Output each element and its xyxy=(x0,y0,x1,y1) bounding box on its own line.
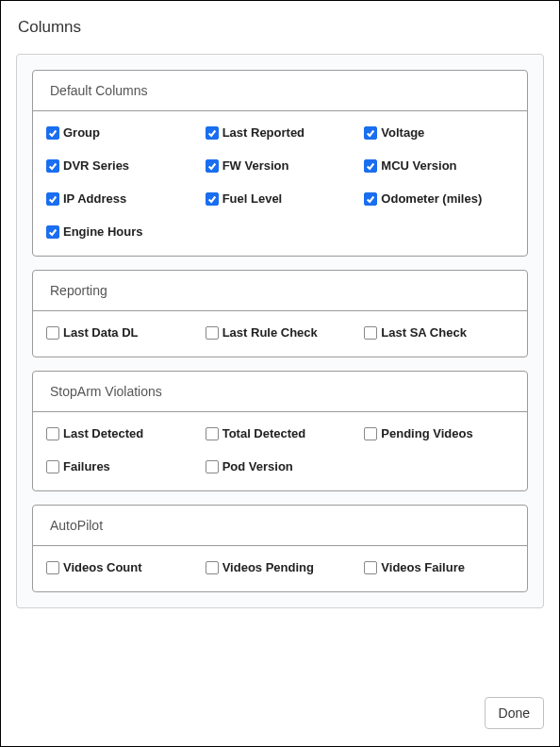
checkbox-label: IP Address xyxy=(63,191,126,206)
checkbox-label: Total Detected xyxy=(222,426,306,440)
section-reporting: ReportingLast Data DLLast Rule CheckLast… xyxy=(32,270,528,357)
checkbox[interactable] xyxy=(46,225,59,239)
checkbox-label: Group xyxy=(63,125,100,140)
column-option-fuel-level[interactable]: Fuel Level xyxy=(206,191,355,206)
dialog-title: Columns xyxy=(16,18,544,37)
column-option-last-detected[interactable]: Last Detected xyxy=(46,426,196,440)
column-option-failures[interactable]: Failures xyxy=(46,459,196,473)
checkbox[interactable] xyxy=(206,561,219,574)
column-option-pending-videos[interactable]: Pending Videos xyxy=(364,426,514,440)
checkbox-label: Engine Hours xyxy=(63,224,143,239)
column-option-videos-count[interactable]: Videos Count xyxy=(46,560,196,574)
checkbox[interactable] xyxy=(46,126,59,140)
section-body: GroupLast ReportedVoltageDVR SeriesFW Ve… xyxy=(33,111,527,256)
checkbox-label: DVR Series xyxy=(63,158,129,173)
checkbox-label: MCU Version xyxy=(381,158,456,173)
checkbox-label: Pending Videos xyxy=(381,426,472,440)
column-option-videos-pending[interactable]: Videos Pending xyxy=(206,560,355,574)
checkbox-label: Voltage xyxy=(381,125,424,140)
checkbox[interactable] xyxy=(364,192,377,206)
done-button[interactable]: Done xyxy=(485,697,544,729)
checkbox[interactable] xyxy=(46,427,59,440)
checkbox[interactable] xyxy=(206,192,219,206)
checkbox-label: Failures xyxy=(63,459,110,473)
checkbox-label: Videos Count xyxy=(63,560,142,574)
checkbox[interactable] xyxy=(46,460,59,473)
column-option-last-sa-check[interactable]: Last SA Check xyxy=(364,325,514,340)
checkbox[interactable] xyxy=(364,159,377,173)
column-option-voltage[interactable]: Voltage xyxy=(364,125,514,140)
column-option-dvr-series[interactable]: DVR Series xyxy=(46,158,196,173)
checkbox[interactable] xyxy=(206,460,219,473)
checkbox-label: Last Data DL xyxy=(63,325,138,340)
checkbox[interactable] xyxy=(206,326,219,340)
column-option-ip-address[interactable]: IP Address xyxy=(46,191,196,206)
section-stoparm-violations: StopArm ViolationsLast DetectedTotal Det… xyxy=(32,371,528,491)
column-option-last-reported[interactable]: Last Reported xyxy=(206,125,355,140)
checkbox-label: Videos Failure xyxy=(381,560,465,574)
column-option-total-detected[interactable]: Total Detected xyxy=(206,426,355,440)
section-autopilot: AutoPilotVideos CountVideos PendingVideo… xyxy=(32,505,528,592)
section-header: AutoPilot xyxy=(33,506,527,546)
column-option-odometer-miles[interactable]: Odometer (miles) xyxy=(364,191,514,206)
checkbox[interactable] xyxy=(364,326,377,340)
section-header: StopArm Violations xyxy=(33,372,527,412)
section-body: Last DetectedTotal DetectedPending Video… xyxy=(33,412,527,490)
column-option-pod-version[interactable]: Pod Version xyxy=(206,459,355,473)
checkbox-label: Last Detected xyxy=(63,426,143,440)
checkbox-label: FW Version xyxy=(222,158,289,173)
column-option-engine-hours[interactable]: Engine Hours xyxy=(46,224,196,239)
dialog-footer: Done xyxy=(485,697,544,729)
checkbox-label: Videos Pending xyxy=(222,560,314,574)
checkbox-label: Fuel Level xyxy=(222,191,283,206)
column-option-group[interactable]: Group xyxy=(46,125,196,140)
checkbox[interactable] xyxy=(46,159,59,173)
section-default-columns: Default ColumnsGroupLast ReportedVoltage… xyxy=(32,70,528,257)
column-option-last-data-dl[interactable]: Last Data DL xyxy=(46,325,196,340)
checkbox[interactable] xyxy=(364,427,377,440)
column-option-mcu-version[interactable]: MCU Version xyxy=(364,158,514,173)
column-option-videos-failure[interactable]: Videos Failure xyxy=(364,560,514,574)
checkbox-label: Last Reported xyxy=(222,125,305,140)
checkbox[interactable] xyxy=(364,561,377,574)
checkbox[interactable] xyxy=(206,427,219,440)
checkbox-label: Odometer (miles) xyxy=(381,191,482,206)
checkbox-label: Pod Version xyxy=(222,459,293,473)
checkbox[interactable] xyxy=(206,159,219,173)
checkbox[interactable] xyxy=(46,561,59,574)
section-body: Last Data DLLast Rule CheckLast SA Check xyxy=(33,311,527,357)
checkbox-label: Last Rule Check xyxy=(222,325,318,340)
checkbox[interactable] xyxy=(206,126,219,140)
columns-panel: Default ColumnsGroupLast ReportedVoltage… xyxy=(16,54,544,608)
checkbox[interactable] xyxy=(364,126,377,140)
section-body: Videos CountVideos PendingVideos Failure xyxy=(33,546,527,591)
checkbox[interactable] xyxy=(46,192,59,206)
checkbox-label: Last SA Check xyxy=(381,325,467,340)
column-option-last-rule-check[interactable]: Last Rule Check xyxy=(206,325,355,340)
section-header: Reporting xyxy=(33,271,527,311)
column-option-fw-version[interactable]: FW Version xyxy=(206,158,355,173)
section-header: Default Columns xyxy=(33,71,527,111)
checkbox[interactable] xyxy=(46,326,59,340)
